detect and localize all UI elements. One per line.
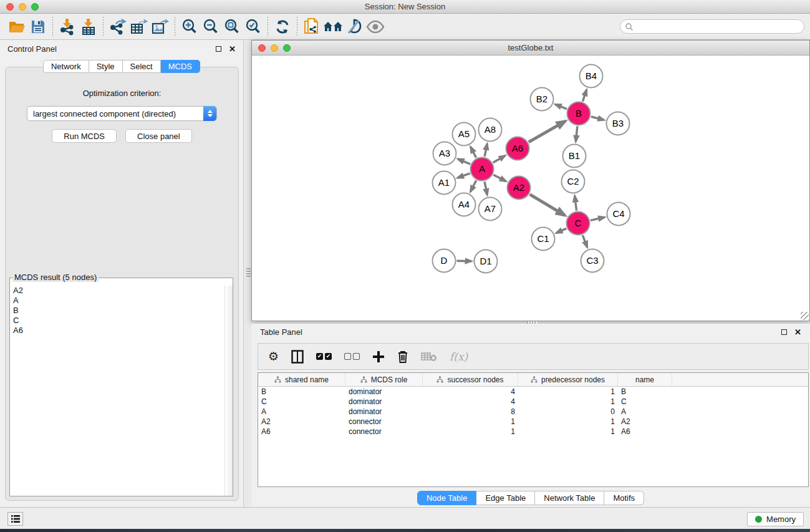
table-row[interactable]: Cdominator41C bbox=[258, 397, 808, 407]
tab-mcds[interactable]: MCDS bbox=[161, 60, 200, 73]
node-B[interactable]: B bbox=[567, 102, 591, 125]
export-table-button[interactable] bbox=[128, 16, 150, 37]
node-B2[interactable]: B2 bbox=[531, 88, 554, 111]
node-A1[interactable]: A1 bbox=[433, 172, 456, 195]
node-A4[interactable]: A4 bbox=[453, 193, 476, 216]
node-C2[interactable]: C2 bbox=[562, 170, 585, 193]
node-A8[interactable]: A8 bbox=[479, 118, 502, 142]
node-A3[interactable]: A3 bbox=[433, 142, 456, 165]
table-row[interactable]: Bdominator41B bbox=[258, 387, 808, 397]
edge-C-C2[interactable] bbox=[575, 196, 577, 211]
apply-layout-button[interactable] bbox=[272, 16, 293, 37]
edge-C-C1[interactable] bbox=[556, 228, 566, 233]
edge-A-A5[interactable] bbox=[471, 147, 476, 157]
show-hide-panels-button[interactable] bbox=[322, 16, 344, 37]
window-resize-grip[interactable] bbox=[801, 312, 809, 320]
memory-button[interactable]: Memory bbox=[747, 512, 804, 526]
search-input[interactable] bbox=[634, 21, 804, 32]
table-options-button[interactable]: ⚙ bbox=[268, 351, 279, 362]
node-D1[interactable]: D1 bbox=[475, 250, 498, 273]
edge-A-A6[interactable] bbox=[493, 156, 505, 163]
close-panel-button[interactable]: Close panel bbox=[125, 129, 192, 143]
result-item[interactable]: B bbox=[10, 306, 224, 316]
edge-A-A2[interactable] bbox=[493, 175, 506, 181]
tab-style[interactable]: Style bbox=[89, 60, 123, 73]
edge-C-C4[interactable] bbox=[591, 217, 605, 220]
mcds-result-list[interactable]: A2ABCA6 bbox=[10, 286, 224, 496]
edge-A-A1[interactable] bbox=[458, 173, 470, 178]
delete-column-button[interactable] bbox=[397, 350, 408, 364]
table-row[interactable]: A6connector11A6 bbox=[258, 427, 808, 437]
column-header-successor-nodes[interactable]: successor nodes bbox=[423, 373, 518, 386]
network-canvas[interactable]: AA1A2A3A4A5A6A7A8BB1B2B3B4CC1C2C3C4DD1 bbox=[252, 56, 809, 321]
run-mcds-button[interactable]: Run MCDS bbox=[52, 129, 117, 143]
node-A7[interactable]: A7 bbox=[479, 198, 502, 221]
select-all-button[interactable]: ✔ ✔ bbox=[316, 353, 332, 360]
node-D[interactable]: D bbox=[433, 249, 456, 273]
network-zoom-button[interactable] bbox=[283, 44, 291, 52]
edge-B-B2[interactable] bbox=[555, 104, 566, 109]
float-table-panel-icon[interactable] bbox=[781, 329, 787, 335]
table-row[interactable]: A2connector11A2 bbox=[258, 417, 808, 427]
node-C4[interactable]: C4 bbox=[607, 203, 630, 226]
node-A5[interactable]: A5 bbox=[453, 123, 476, 146]
network-graph[interactable]: AA1A2A3A4A5A6A7A8BB1B2B3B4CC1C2C3C4DD1 bbox=[252, 56, 809, 321]
float-panel-icon[interactable] bbox=[216, 46, 221, 52]
result-item[interactable]: A2 bbox=[10, 286, 224, 296]
node-C[interactable]: C bbox=[567, 212, 590, 235]
column-header-predecessor-nodes[interactable]: predecessor nodes bbox=[518, 373, 618, 386]
node-A2[interactable]: A2 bbox=[508, 177, 531, 200]
zoom-window-button[interactable] bbox=[31, 3, 39, 11]
edge-A-A3[interactable] bbox=[458, 159, 470, 164]
tab-select[interactable]: Select bbox=[123, 60, 161, 73]
node-C1[interactable]: C1 bbox=[532, 228, 555, 251]
optimization-criterion-select[interactable]: largest connected component (directed) bbox=[27, 106, 217, 121]
result-scrollbar[interactable] bbox=[224, 286, 233, 496]
edge-A2-C[interactable] bbox=[530, 195, 565, 216]
column-header-shared-name[interactable]: shared name bbox=[258, 373, 345, 386]
edge-A-A4[interactable] bbox=[470, 180, 476, 191]
close-table-panel-icon[interactable]: ✕ bbox=[794, 328, 801, 336]
export-network-button[interactable] bbox=[107, 16, 128, 37]
tab-motifs[interactable]: Motifs bbox=[604, 491, 644, 505]
add-column-button[interactable] bbox=[372, 351, 385, 363]
tab-node-table[interactable]: Node Table bbox=[417, 491, 477, 505]
edge-A-A7[interactable] bbox=[485, 181, 487, 195]
node-B1[interactable]: B1 bbox=[563, 145, 586, 168]
deselect-all-button[interactable] bbox=[344, 353, 360, 360]
result-item[interactable]: C bbox=[10, 316, 224, 326]
zoom-selected-button[interactable] bbox=[243, 16, 264, 37]
node-B4[interactable]: B4 bbox=[580, 65, 603, 88]
zoom-fit-button[interactable] bbox=[221, 16, 243, 37]
close-panel-icon[interactable]: ✕ bbox=[229, 45, 236, 53]
vertical-splitter-grip[interactable] bbox=[246, 268, 251, 278]
edge-C-C3[interactable] bbox=[582, 235, 587, 247]
network-minimize-button[interactable] bbox=[271, 44, 278, 52]
edge-B-B1[interactable] bbox=[576, 126, 577, 142]
tab-network[interactable]: Network bbox=[43, 60, 89, 73]
show-columns-button[interactable] bbox=[291, 350, 304, 364]
task-history-button[interactable] bbox=[7, 512, 23, 526]
node-A6[interactable]: A6 bbox=[506, 137, 529, 160]
open-session-button[interactable] bbox=[6, 16, 27, 37]
edge-A6-B[interactable] bbox=[529, 121, 566, 142]
show-graphics-details-button[interactable] bbox=[365, 16, 386, 37]
tab-edge-table[interactable]: Edge Table bbox=[476, 491, 535, 505]
tab-network-table[interactable]: Network Table bbox=[535, 491, 604, 505]
network-close-button[interactable] bbox=[258, 44, 266, 52]
import-table-button[interactable] bbox=[78, 16, 99, 37]
minimize-window-button[interactable] bbox=[19, 3, 26, 11]
save-session-button[interactable] bbox=[27, 16, 49, 37]
edge-A-A8[interactable] bbox=[485, 144, 487, 157]
column-header-MCDS-role[interactable]: MCDS role bbox=[345, 373, 423, 386]
zoom-in-button[interactable] bbox=[179, 16, 200, 37]
result-item[interactable]: A bbox=[10, 296, 224, 306]
export-image-button[interactable] bbox=[150, 16, 171, 37]
node-B3[interactable]: B3 bbox=[607, 112, 630, 135]
edge-B-B4[interactable] bbox=[582, 90, 586, 102]
clone-network-button[interactable] bbox=[301, 16, 322, 37]
close-window-button[interactable] bbox=[6, 3, 14, 11]
node-A[interactable]: A bbox=[471, 158, 494, 181]
zoom-out-button[interactable] bbox=[200, 16, 221, 37]
result-item[interactable]: A6 bbox=[10, 326, 224, 336]
